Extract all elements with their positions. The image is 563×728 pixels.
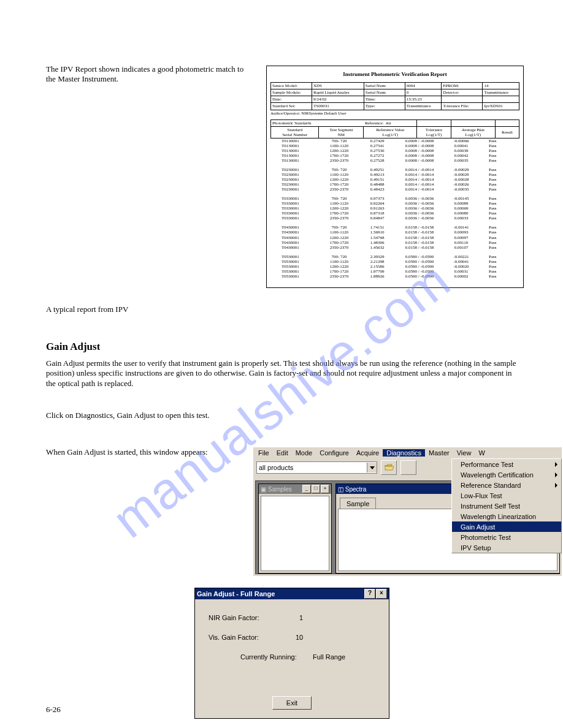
- table-row: T01300012350-23700.275280.0008 / -0.0008…: [270, 158, 519, 163]
- vis-value: 10: [296, 634, 303, 641]
- info-cell: 13:35:23: [405, 96, 442, 103]
- app-window: FileEditModeConfigureAcquireDiagnosticsM…: [253, 447, 562, 576]
- submenu-arrow-icon: [555, 472, 557, 477]
- close-button[interactable]: ×: [376, 589, 387, 599]
- table-row: T04300011700-17201.483060.0158 / -0.0158…: [270, 240, 519, 245]
- vis-label: Vis. Gain Factor:: [209, 634, 259, 641]
- info-cell: Type:: [364, 103, 405, 110]
- page-number: 6-26: [46, 705, 61, 715]
- table-row: T04300011100-11201.569100.0158 / -0.0158…: [270, 230, 519, 235]
- info-cell: Tolerance File:: [442, 103, 483, 110]
- menu-item-wavelength-certification[interactable]: Wavelength Certification: [452, 469, 561, 480]
- samples-titlebar: ▣ Samples _ □ ×: [259, 484, 331, 494]
- menubar: FileEditModeConfigureAcquireDiagnosticsM…: [253, 447, 562, 458]
- samples-title: ▣ Samples: [261, 486, 292, 493]
- menu-item-wavelength-linearization[interactable]: Wavelength Linearization: [452, 511, 561, 521]
- menu-master[interactable]: Master: [425, 449, 453, 457]
- menu-acquire[interactable]: Acquire: [353, 449, 383, 457]
- toolbar-button-2[interactable]: [400, 460, 416, 475]
- table-row: T05300011200-12202.155860.0590 / -0.0590…: [270, 264, 519, 269]
- exit-button[interactable]: Exit: [272, 696, 312, 710]
- info-cell: Transmittance: [405, 103, 442, 110]
- menu-w[interactable]: W: [475, 449, 488, 457]
- toolbar-open-button[interactable]: [381, 460, 397, 475]
- info-cell: IpvXDS01: [483, 103, 519, 110]
- menu-item-performance-test[interactable]: Performance Test: [452, 459, 561, 469]
- product-combo[interactable]: all products: [256, 461, 377, 474]
- menu-diagnostics[interactable]: Diagnostics: [383, 449, 425, 457]
- dialog-title: Gain Adjust - Full Range: [197, 590, 275, 597]
- info-cell: Sample Module:: [271, 89, 312, 96]
- gain-heading: Gain Adjust: [46, 340, 100, 353]
- table-row: T04300011200-12201.547680.0158 / -0.0158…: [270, 235, 519, 240]
- menu-item-instrument-self-test[interactable]: Instrument Self Test: [452, 501, 561, 511]
- menu-view[interactable]: View: [453, 449, 475, 457]
- info-cell: [442, 96, 483, 103]
- menu-item-gain-adjust[interactable]: Gain Adjust: [452, 521, 561, 532]
- table-row: T05300011700-17201.977090.0590 / -0.0590…: [270, 269, 519, 274]
- running-value: Full Range: [313, 653, 345, 661]
- table-row: T0530001700- 7202.393290.0590 / -0.0590-…: [270, 254, 519, 259]
- table-row: T03300012350-23700.848470.0036 / -0.0036…: [270, 216, 519, 221]
- table-row: T05300011100-11202.212980.0590 / -0.0590…: [270, 259, 519, 264]
- combo-dropdown-button[interactable]: [367, 463, 377, 472]
- submenu-arrow-icon: [555, 483, 557, 488]
- ipv-intro: The IPV Report shown indicates a good ph…: [46, 64, 255, 85]
- menu-item-ipv-setup[interactable]: IPV Setup: [452, 542, 561, 553]
- info-cell: Date:: [271, 96, 312, 103]
- minimize-button[interactable]: _: [302, 485, 311, 493]
- menu-edit[interactable]: Edit: [273, 449, 292, 457]
- nir-value: 1: [299, 614, 303, 621]
- close-button[interactable]: ×: [321, 485, 329, 493]
- author-value: NIRSystems Default User: [301, 111, 346, 116]
- info-cell: Serial Num:: [364, 89, 405, 96]
- table-row: T02300011200-12200.491510.0014 / -0.0014…: [270, 177, 519, 182]
- info-cell: Transmittance: [483, 89, 519, 96]
- table-row: T01300011200-12200.275300.0008 / -0.0008…: [270, 148, 519, 153]
- info-cell: Time:: [364, 96, 405, 103]
- info-cell: Serial Num:: [364, 83, 405, 89]
- dialog-titlebar: Gain Adjust - Full Range ? ×: [195, 588, 389, 599]
- info-cell: 0004: [405, 83, 442, 89]
- spectra-tab[interactable]: Sample: [340, 498, 376, 509]
- gain-para3: When Gain Adjust is started, this window…: [46, 447, 242, 457]
- info-cell: 0: [405, 89, 442, 96]
- chevron-down-icon: [370, 466, 375, 469]
- running-label: Currently Running:: [240, 653, 297, 661]
- spectra-title: ◫ Spectra: [338, 486, 366, 493]
- table-row: T0330001700- 7200.973730.0036 / -0.0036-…: [270, 196, 519, 201]
- info-cell: XDS: [312, 83, 364, 89]
- table-row: T0230001700- 7200.492510.0014 / -0.0014-…: [270, 167, 519, 172]
- gain-para1: Gain Adjust permits the user to verify t…: [46, 358, 518, 389]
- table-row: T0130001700- 7200.274290.0008 / -0.0008-…: [270, 138, 519, 143]
- submenu-arrow-icon: [555, 462, 557, 467]
- info-cell: EPROM:: [442, 83, 483, 89]
- menu-mode[interactable]: Mode: [292, 449, 316, 457]
- menu-file[interactable]: File: [255, 449, 273, 457]
- standards-rows: T0130001700- 7200.274290.0008 / -0.0008-…: [270, 138, 519, 279]
- diagnostics-menu: Performance TestWavelength Certification…: [451, 458, 562, 553]
- info-cell: Detector:: [442, 89, 483, 96]
- standards-header: Photometric Standards Reference: Air Sta…: [270, 119, 519, 138]
- combo-text: all products: [257, 464, 367, 471]
- folder-open-icon: [384, 463, 394, 472]
- samples-inner: [261, 496, 329, 571]
- info-cell: 9/24/02: [312, 96, 364, 103]
- table-row: T01300011100-11200.275410.0008 / -0.0008…: [270, 143, 519, 148]
- menu-configure[interactable]: Configure: [316, 449, 353, 457]
- report-info-table: Sensor Model:XDSSerial Num:0004EPROM:14S…: [270, 82, 519, 110]
- gain-para2: Click on Diagnostics, Gain Adjust to ope…: [46, 411, 210, 420]
- table-row: T04300012350-23701.456320.0158 / -0.0158…: [270, 245, 519, 250]
- table-row: T03300011200-12200.912630.0036 / -0.0036…: [270, 206, 519, 211]
- info-cell: TS00031: [312, 103, 364, 110]
- menu-item-low-flux-test[interactable]: Low-Flux Test: [452, 490, 561, 501]
- menu-item-photometric-test[interactable]: Photometric Test: [452, 532, 561, 542]
- table-row: T03300011100-11200.922640.0036 / -0.0036…: [270, 201, 519, 206]
- table-row: T02300011700-17200.484880.0014 / -0.0014…: [270, 182, 519, 187]
- menu-item-reference-standard[interactable]: Reference Standard: [452, 480, 561, 490]
- gain-adjust-dialog: Gain Adjust - Full Range ? × NIR Gain Fa…: [194, 588, 389, 719]
- author-label: Author/Operator:: [270, 111, 301, 116]
- help-button[interactable]: ?: [364, 589, 375, 599]
- info-cell: 14: [483, 83, 519, 89]
- maximize-button[interactable]: □: [312, 485, 320, 493]
